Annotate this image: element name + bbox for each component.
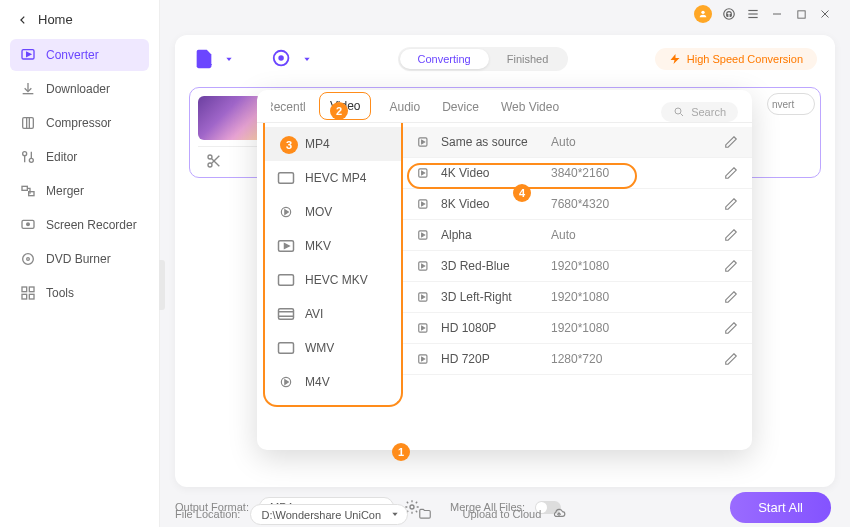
sidebar-item-label: Tools [46, 286, 74, 300]
start-all-button[interactable]: Start All [730, 492, 831, 523]
svg-marker-53 [422, 202, 425, 206]
sidebar-item-dvd-burner[interactable]: DVD Burner [10, 243, 149, 275]
menu-icon[interactable] [746, 7, 760, 21]
format-icon [277, 205, 295, 219]
file-location-select[interactable]: D:\Wondershare UniConverter 1 [250, 504, 408, 525]
screen-recorder-icon [20, 217, 36, 233]
resolution-item-3d-left-right[interactable]: 3D Left-Right 1920*1080 [403, 282, 752, 313]
svg-line-35 [681, 114, 684, 117]
format-icon [277, 375, 295, 389]
main-panel: + Converting Finished High Speed Convers… [175, 35, 835, 487]
svg-point-31 [208, 163, 212, 167]
svg-point-19 [27, 258, 30, 261]
sidebar-item-converter[interactable]: Converter [10, 39, 149, 71]
format-item-m4v[interactable]: M4V [265, 365, 401, 399]
add-dvd-button[interactable] [271, 48, 293, 70]
format-item-avi[interactable]: AVI [265, 297, 401, 331]
chevron-down-icon[interactable] [303, 55, 311, 63]
svg-marker-28 [304, 58, 309, 61]
svg-rect-42 [279, 275, 294, 286]
format-item-mov[interactable]: MOV [265, 195, 401, 229]
high-speed-label: High Speed Conversion [687, 53, 803, 65]
resolution-item-same-as-source[interactable]: Same as source Auto [403, 127, 752, 158]
svg-rect-23 [29, 294, 34, 299]
svg-marker-29 [670, 54, 679, 64]
svg-point-0 [701, 11, 704, 14]
sidebar-item-label: Editor [46, 150, 77, 164]
annotation-badge-1: 1 [392, 443, 410, 461]
play-icon [417, 352, 431, 366]
svg-point-34 [675, 108, 681, 114]
search-placeholder: Search [691, 106, 726, 118]
resolution-item-3d-red-blue[interactable]: 3D Red-Blue 1920*1080 [403, 251, 752, 282]
format-item-hevc-mp4[interactable]: HEVC MP4 [265, 161, 401, 195]
svg-rect-20 [22, 287, 27, 292]
tab-web-video[interactable]: Web Video [497, 92, 563, 122]
dvd-burner-icon [20, 251, 36, 267]
expand-handle[interactable] [159, 260, 165, 310]
svg-rect-11 [23, 118, 34, 129]
edit-icon[interactable] [724, 321, 738, 335]
tab-finished[interactable]: Finished [489, 49, 567, 69]
tab-recently[interactable]: Recently [271, 92, 305, 122]
sidebar-item-downloader[interactable]: Downloader [10, 73, 149, 105]
svg-text:+: + [206, 58, 212, 70]
svg-point-17 [27, 223, 30, 226]
cloud-icon[interactable] [551, 507, 567, 521]
annotation-badge-2: 2 [330, 102, 348, 120]
add-file-button[interactable]: + [193, 48, 215, 70]
home-header[interactable]: Home [0, 0, 159, 35]
svg-point-27 [279, 56, 283, 60]
play-icon [417, 321, 431, 335]
sidebar-item-compressor[interactable]: Compressor [10, 107, 149, 139]
resolution-item-8k[interactable]: 8K Video 7680*4320 [403, 189, 752, 220]
chevron-down-icon[interactable] [225, 55, 233, 63]
close-button[interactable] [818, 7, 832, 21]
edit-icon[interactable] [724, 290, 738, 304]
high-speed-conversion-button[interactable]: High Speed Conversion [655, 48, 817, 70]
tab-converting[interactable]: Converting [400, 49, 489, 69]
sidebar-item-label: Downloader [46, 82, 110, 96]
convert-ghost-button[interactable]: nvert [767, 93, 815, 115]
resolution-item-4k[interactable]: 4K Video 3840*2160 [403, 158, 752, 189]
svg-marker-61 [422, 326, 425, 330]
tab-audio[interactable]: Audio [385, 92, 424, 122]
resolution-item-hd-1080p[interactable]: HD 1080P 1920*1080 [403, 313, 752, 344]
support-icon[interactable] [722, 7, 736, 21]
format-item-wmv[interactable]: WMV [265, 331, 401, 365]
edit-icon[interactable] [724, 352, 738, 366]
folder-icon[interactable] [418, 507, 432, 521]
format-search[interactable]: Search [661, 102, 738, 122]
annotation-badge-3: 3 [280, 136, 298, 154]
minimize-button[interactable] [770, 7, 784, 21]
play-icon [417, 166, 431, 180]
downloader-icon [20, 81, 36, 97]
sidebar-item-label: DVD Burner [46, 252, 111, 266]
window-bar [694, 0, 850, 28]
edit-icon[interactable] [724, 135, 738, 149]
cut-icon[interactable] [206, 153, 222, 169]
svg-marker-25 [226, 58, 231, 61]
user-avatar[interactable] [694, 5, 712, 23]
format-item-hevc-mkv[interactable]: HEVC MKV [265, 263, 401, 297]
edit-icon[interactable] [724, 166, 738, 180]
sidebar-item-editor[interactable]: Editor [10, 141, 149, 173]
sidebar-item-tools[interactable]: Tools [10, 277, 149, 309]
sidebar-item-label: Converter [46, 48, 99, 62]
sidebar-item-screen-recorder[interactable]: Screen Recorder [10, 209, 149, 241]
resolution-list: Same as source Auto 4K Video 3840*2160 8… [403, 123, 752, 407]
maximize-button[interactable] [794, 7, 808, 21]
play-icon [417, 197, 431, 211]
format-item-mkv[interactable]: MKV [265, 229, 401, 263]
home-label: Home [38, 12, 73, 27]
edit-icon[interactable] [724, 228, 738, 242]
sidebar-item-merger[interactable]: Merger [10, 175, 149, 207]
resolution-item-alpha[interactable]: Alpha Auto [403, 220, 752, 251]
svg-rect-6 [797, 10, 804, 17]
resolution-item-hd-720p[interactable]: HD 720P 1280*720 [403, 344, 752, 375]
video-thumbnail [198, 96, 264, 140]
tab-device[interactable]: Device [438, 92, 483, 122]
edit-icon[interactable] [724, 259, 738, 273]
svg-marker-63 [422, 357, 425, 361]
edit-icon[interactable] [724, 197, 738, 211]
